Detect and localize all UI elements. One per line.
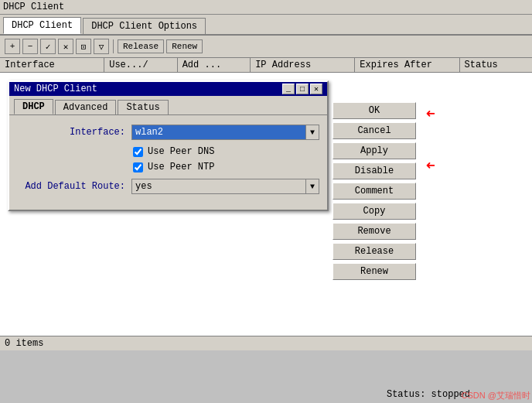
status-text: Status: stopped <box>387 389 470 400</box>
use-peer-ntp-row: Use Peer NTP <box>17 162 319 172</box>
cancel-button[interactable]: Cancel <box>332 122 416 139</box>
dialog-maximize-button[interactable]: □ <box>296 84 309 94</box>
add-default-route-select[interactable]: yes no special-classless <box>131 179 319 194</box>
table-header: Interface Use.../ Add ... IP Address Exp… <box>0 58 532 73</box>
remove-button[interactable]: − <box>22 39 38 54</box>
dialog-tab-dhcp[interactable]: DHCP <box>14 99 53 114</box>
col-interface: Interface <box>0 58 104 72</box>
release-button[interactable]: Release <box>118 39 164 53</box>
dialog-titlebar: New DHCP Client _ □ ✕ <box>9 82 327 96</box>
interface-select-wrapper: wlan2 ether1 ether2 wlan1 ▼ <box>131 125 319 140</box>
copy-icon-button[interactable]: ⊡ <box>76 39 91 54</box>
use-peer-dns-checkbox[interactable] <box>133 147 143 157</box>
interface-label: Interface: <box>17 127 125 138</box>
copy-button[interactable]: Copy <box>332 203 416 220</box>
arrow-indicator-apply: ➜ <box>426 155 435 175</box>
disable-dialog-button[interactable]: Disable <box>332 162 416 179</box>
title-bar: DHCP Client <box>0 0 532 15</box>
dialog-minimize-button[interactable]: _ <box>282 84 295 94</box>
apply-button[interactable]: Apply <box>332 142 416 159</box>
add-default-route-row: Add Default Route: yes no special-classl… <box>17 179 319 194</box>
col-expires: Expires After <box>355 58 459 72</box>
disable-button[interactable]: ✕ <box>58 39 73 54</box>
arrow-indicator-top: ➜ <box>426 104 435 123</box>
col-ip: IP Address <box>251 58 355 72</box>
dialog-title: New DHCP Client <box>14 84 97 94</box>
use-peer-dns-row: Use Peer DNS <box>17 146 319 157</box>
enable-button[interactable]: ✓ <box>40 39 56 54</box>
tab-dhcp-client[interactable]: DHCP Client <box>3 17 81 34</box>
comment-button[interactable]: Comment <box>332 183 416 200</box>
use-peer-ntp-label: Use Peer NTP <box>148 162 214 172</box>
dialog-tab-advanced[interactable]: Advanced <box>55 100 117 114</box>
items-count: 0 items <box>5 338 43 349</box>
release-dialog-button[interactable]: Release <box>332 243 416 260</box>
dialog-sidebar: OK Cancel Apply Disable Comment Copy Rem… <box>332 82 416 280</box>
add-default-route-dropdown-arrow[interactable]: ▼ <box>305 179 319 194</box>
app-title: DHCP Client <box>3 2 64 12</box>
main-tab-bar: DHCP Client DHCP Client Options <box>0 15 532 36</box>
renew-button[interactable]: Renew <box>166 39 203 53</box>
dialog-tab-bar: DHCP Advanced Status <box>9 96 327 115</box>
col-status: Status <box>460 58 532 72</box>
use-peer-dns-label: Use Peer DNS <box>148 146 214 157</box>
filter-button[interactable]: ▽ <box>94 39 109 54</box>
col-add: Add ... <box>178 58 251 72</box>
table-body: New DHCP Client _ □ ✕ DHCP Advanced Stat… <box>0 73 532 336</box>
dialog-close-button[interactable]: ✕ <box>310 84 322 94</box>
remove-dialog-button[interactable]: Remove <box>332 223 416 240</box>
dialog-tab-status[interactable]: Status <box>118 100 168 114</box>
add-button[interactable]: + <box>5 39 20 54</box>
use-peer-ntp-checkbox[interactable] <box>133 162 143 172</box>
toolbar: + − ✓ ✕ ⊡ ▽ Release Renew <box>0 36 532 58</box>
add-default-route-label: Add Default Route: <box>17 181 125 192</box>
add-default-route-select-wrapper: yes no special-classless ▼ <box>131 179 319 194</box>
interface-dropdown-arrow[interactable]: ▼ <box>305 125 319 140</box>
interface-select[interactable]: wlan2 ether1 ether2 wlan1 <box>131 125 319 140</box>
interface-row: Interface: wlan2 ether1 ether2 wlan1 ▼ <box>17 125 319 140</box>
watermark: CSDN @艾瑞惜时 <box>462 390 530 401</box>
col-use: Use.../ <box>104 58 177 72</box>
tab-dhcp-client-options[interactable]: DHCP Client Options <box>83 18 206 34</box>
dialog-controls: _ □ ✕ <box>282 84 322 94</box>
status-bar: 0 items Status: stopped <box>0 336 532 350</box>
new-dhcp-client-dialog: New DHCP Client _ □ ✕ DHCP Advanced Stat… <box>8 80 329 211</box>
ok-button[interactable]: OK <box>332 102 416 119</box>
dialog-content: Interface: wlan2 ether1 ether2 wlan1 ▼ U… <box>9 115 327 210</box>
toolbar-separator <box>113 39 114 53</box>
renew-dialog-button[interactable]: Renew <box>332 263 416 280</box>
